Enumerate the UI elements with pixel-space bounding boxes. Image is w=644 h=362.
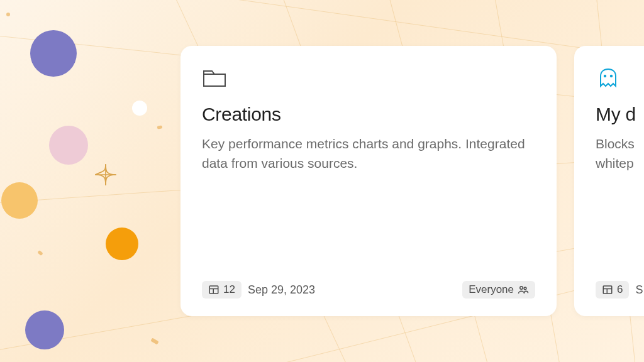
folder-icon	[202, 67, 227, 89]
card-date: S	[635, 283, 643, 297]
count-value: 12	[223, 283, 235, 296]
decor-circle	[1, 182, 38, 219]
access-pill: Everyone	[462, 281, 535, 299]
decor-circle	[132, 101, 147, 116]
decor-circle	[49, 126, 88, 165]
card-date: Sep 29, 2023	[248, 283, 315, 297]
card-title: Creations	[202, 104, 535, 125]
cards-row: Creations Key performance metrics charts…	[180, 46, 644, 316]
card-my-d[interactable]: My d Blocks whitep 6 S	[574, 46, 644, 316]
svg-point-5	[604, 75, 606, 77]
decor-circle	[25, 310, 64, 349]
count-pill: 12	[202, 281, 242, 299]
ghost-icon	[596, 67, 621, 89]
sparkle-icon	[93, 162, 118, 187]
svg-point-3	[520, 287, 523, 290]
access-label: Everyone	[469, 283, 514, 296]
card-description: Key performance metrics charts and graph…	[202, 134, 535, 173]
card-description: Blocks whitep	[596, 134, 644, 173]
layout-icon	[602, 284, 613, 295]
decor-circle	[106, 228, 138, 260]
people-icon	[518, 284, 529, 295]
card-footer: 12 Sep 29, 2023 Everyone	[202, 281, 535, 299]
svg-point-4	[524, 287, 526, 290]
card-creations[interactable]: Creations Key performance metrics charts…	[180, 46, 557, 316]
decor-circle	[30, 30, 77, 77]
card-title: My d	[596, 104, 644, 125]
card-footer: 6 S	[596, 281, 644, 299]
layout-icon	[208, 284, 219, 295]
count-pill: 6	[596, 281, 629, 299]
svg-point-6	[611, 75, 612, 77]
count-value: 6	[617, 283, 623, 296]
